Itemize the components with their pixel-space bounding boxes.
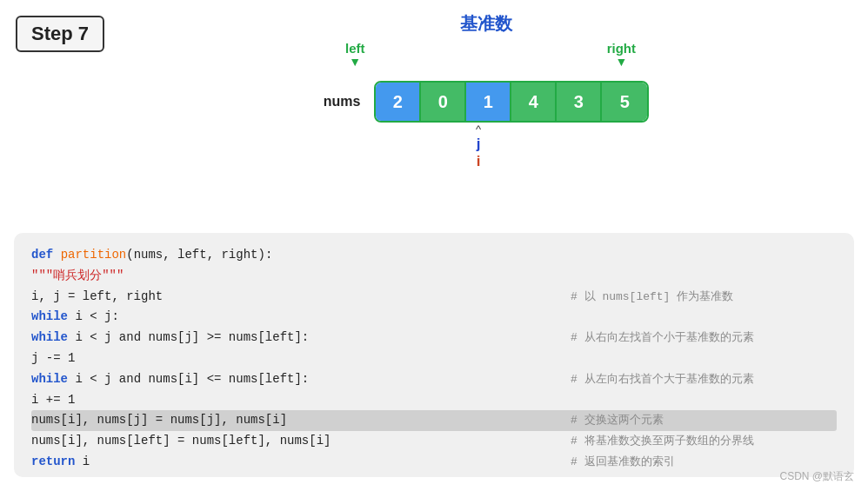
cell-0: 2 [376,83,421,121]
cell-1: 0 [421,83,466,121]
code-line-11: return i # 返回基准数的索引 [31,452,837,473]
pointers-top: left ▼ right ▼ [330,41,643,79]
right-pointer-label: right [607,41,636,56]
visualization-area: 基准数 left ▼ right ▼ nums 2 0 1 4 3 5 ^ j … [157,9,816,171]
i-label: i [477,153,481,170]
code-block: def partition(nums, left, right): """哨兵划… [31,245,837,473]
left-pointer: left ▼ [345,41,365,68]
right-arrow-down: ▼ [615,56,627,68]
code-line-2: """哨兵划分""" [31,266,837,287]
left-arrow-down: ▼ [349,56,361,68]
code-line-4: while i < j: [31,307,837,328]
code-line-10: nums[i], nums[left] = nums[left], nums[i… [31,431,837,452]
ji-pointer: ^ j i [476,123,481,170]
code-line-5: while i < j and nums[j] >= nums[left]: #… [31,328,837,348]
watermark: CSDN @默语玄 [779,469,854,484]
array-row: nums 2 0 1 4 3 5 [324,81,650,123]
array-cells: 2 0 1 4 3 5 [374,81,649,123]
cell-2: 1 [466,83,511,121]
code-line-8: i += 1 [31,390,837,411]
code-line-9-highlight: nums[i], nums[j] = nums[j], nums[i] # 交换… [31,410,837,431]
j-label: j [477,136,481,153]
left-pointer-label: left [345,41,365,56]
cell-4: 3 [557,83,602,121]
cell-3: 4 [511,83,557,121]
step-badge: Step 7 [16,16,104,52]
array-label: nums [324,94,361,109]
code-line-7: while i < j and nums[i] <= nums[left]: #… [31,369,837,390]
pivot-label: 基准数 [460,12,512,36]
code-section: def partition(nums, left, right): """哨兵划… [14,233,854,477]
code-line-3: i, j = left, right # 以 nums[left] 作为基准数 [31,287,837,308]
code-line-1: def partition(nums, left, right): [31,245,837,266]
right-pointer: right ▼ [607,41,636,68]
code-line-6: j -= 1 [31,348,837,369]
cell-5: 5 [602,83,647,121]
